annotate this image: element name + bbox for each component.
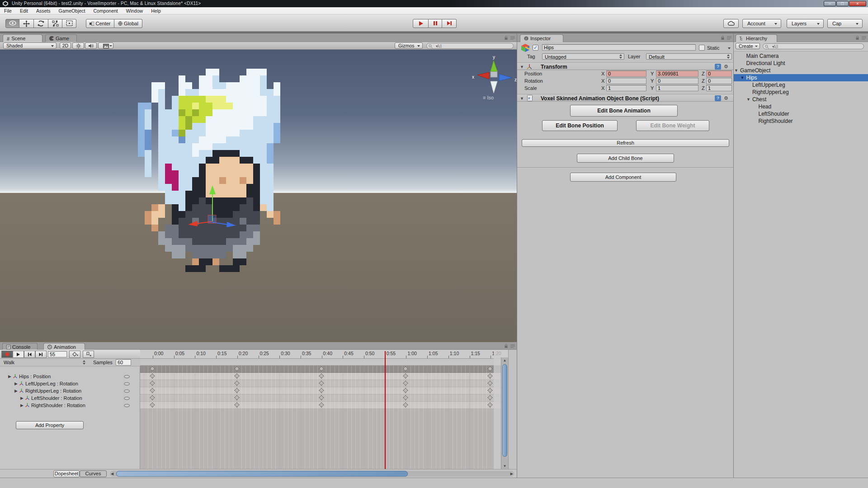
lock-icon[interactable]	[504, 344, 508, 348]
scroll-left-icon[interactable]: ◀	[111, 472, 113, 476]
tag-dropdown[interactable]: Untagged	[542, 53, 624, 60]
menu-component[interactable]: Component	[89, 7, 122, 14]
transform-component-header[interactable]: ▼ Transform ? ⚙	[517, 62, 733, 70]
hierarchy-item-leftshoulder[interactable]: LeftShoulder	[734, 110, 868, 117]
gear-icon[interactable]: ⚙	[724, 95, 728, 101]
prev-key-button[interactable]	[24, 351, 35, 358]
maximize-button[interactable]: □	[836, 1, 849, 6]
property-value-field[interactable]	[124, 375, 130, 378]
menu-file[interactable]: File	[0, 7, 16, 14]
tab-game[interactable]: Game	[45, 34, 77, 42]
panel-menu-icon[interactable]	[510, 344, 515, 348]
tab-animation[interactable]: Animation	[43, 343, 85, 350]
anim-play-button[interactable]	[13, 351, 24, 358]
help-icon[interactable]: ?	[715, 64, 721, 70]
toggle-2d-button[interactable]: 2D	[60, 42, 71, 49]
hierarchy-item-main-camera[interactable]: Main Camera	[734, 52, 868, 60]
gear-icon[interactable]: ⚙	[724, 64, 728, 70]
add-component-button[interactable]: Add Component	[570, 173, 676, 182]
foldout-icon[interactable]: ▶	[14, 381, 18, 386]
scale-z-field[interactable]: 1	[706, 85, 732, 91]
add-event-button[interactable]	[83, 351, 94, 358]
property-value-field[interactable]	[124, 382, 130, 385]
menu-edit[interactable]: Edit	[16, 7, 32, 14]
dopesheet-row[interactable]	[140, 380, 508, 387]
hierarchy-item-leftupperleg[interactable]: LeftUpperLeg	[734, 81, 868, 89]
samples-field[interactable]	[116, 359, 131, 366]
panel-menu-icon[interactable]	[510, 36, 515, 40]
foldout-icon[interactable]: ▶	[14, 389, 18, 393]
cloud-services-button[interactable]	[723, 19, 739, 28]
static-dropdown-icon[interactable]	[728, 47, 731, 49]
timeline-ruler[interactable]: 0:000:050:100:150:200:250:300:350:400:45…	[140, 350, 517, 359]
dopesheet-tab-button[interactable]: Dopesheet	[53, 470, 80, 477]
layers-dropdown[interactable]: Layers	[787, 19, 824, 28]
vertical-scrollbar[interactable]: ▲ ▼	[501, 357, 508, 469]
scale-y-field[interactable]: 1	[656, 85, 698, 91]
horizontal-scroll-thumb[interactable]	[116, 471, 408, 477]
add-child-bone-button[interactable]: Add Child Bone	[577, 154, 674, 163]
static-checkbox[interactable]	[699, 45, 705, 51]
position-y-field[interactable]: 3.099981	[656, 70, 698, 77]
foldout-icon[interactable]: ▶	[20, 396, 24, 400]
lock-icon[interactable]	[504, 36, 508, 40]
edit-bone-position-button[interactable]: Edit Bone Position	[542, 120, 618, 131]
scroll-right-icon[interactable]: ▶	[510, 472, 513, 476]
foldout-icon[interactable]: ▶	[20, 403, 24, 408]
menu-assets[interactable]: Assets	[32, 7, 55, 14]
vertical-scroll-thumb[interactable]	[502, 364, 507, 457]
create-dropdown[interactable]: Create	[736, 43, 760, 49]
gizmos-dropdown[interactable]: Gizmos	[395, 42, 423, 49]
foldout-icon[interactable]: ▼	[520, 96, 524, 101]
scene-search-input[interactable]: All	[426, 43, 514, 49]
orientation-toggle-button[interactable]: Global	[114, 19, 142, 28]
dopesheet-row[interactable]	[140, 394, 508, 402]
hierarchy-item-gameobject[interactable]: ▼GameObject	[734, 67, 868, 74]
next-key-button[interactable]	[35, 351, 47, 358]
anim-property-rightshoulder-rotation[interactable]: ▶RightShoulder : Rotation	[0, 402, 140, 409]
scale-x-field[interactable]: 1	[606, 85, 646, 91]
dopesheet-row[interactable]	[140, 387, 508, 394]
anim-property-rightupperleg-rotation[interactable]: ▶RightUpperLeg : Rotation	[0, 387, 140, 394]
hierarchy-item-hips[interactable]: ▼Hips	[734, 74, 868, 81]
playhead[interactable]	[385, 351, 386, 469]
projection-mode-label[interactable]: ≡ Iso	[483, 95, 494, 100]
orientation-gizmo[interactable]: y x z	[470, 53, 517, 99]
curves-tab-button[interactable]: Curves	[80, 470, 107, 477]
hierarchy-item-rightshoulder[interactable]: RightShoulder	[734, 117, 868, 125]
current-frame-field[interactable]	[48, 351, 67, 357]
anim-property-leftupperleg-rotation[interactable]: ▶LeftUpperLeg : Rotation	[0, 380, 140, 387]
dopesheet-area[interactable]: 0:000:050:100:150:200:250:300:350:400:45…	[140, 350, 517, 469]
tab-hierarchy[interactable]: Hierarchy	[736, 34, 777, 42]
active-checkbox[interactable]: ✓	[533, 45, 538, 51]
property-value-field[interactable]	[124, 404, 130, 407]
foldout-icon[interactable]: ▼	[520, 65, 524, 69]
pivot-toggle-button[interactable]: Center	[86, 19, 114, 28]
dopesheet-row[interactable]	[140, 402, 508, 409]
scale-tool-button[interactable]	[48, 19, 62, 28]
help-icon[interactable]: ?	[715, 95, 721, 101]
lock-icon[interactable]	[721, 36, 725, 40]
refresh-button[interactable]: Refresh	[522, 139, 729, 147]
play-button[interactable]	[413, 19, 429, 28]
scroll-down-icon[interactable]: ▼	[501, 464, 508, 468]
menu-gameobject[interactable]: GameObject	[55, 7, 90, 14]
layout-dropdown[interactable]: Cap	[827, 19, 863, 28]
layer-dropdown[interactable]: Default	[646, 53, 732, 60]
hierarchy-item-rightupperleg[interactable]: RightUpperLeg	[734, 89, 868, 96]
shading-mode-dropdown[interactable]: Shaded	[3, 42, 57, 49]
account-dropdown[interactable]: Account	[742, 19, 781, 28]
rotation-x-field[interactable]: 0	[606, 78, 646, 84]
lock-icon[interactable]	[855, 36, 859, 40]
dopesheet-row[interactable]	[140, 373, 508, 380]
hierarchy-item-head[interactable]: Head	[734, 103, 868, 110]
foldout-icon[interactable]: ▼	[734, 68, 738, 73]
clip-dropdown[interactable]: Walk	[0, 359, 89, 366]
edit-bone-animation-button[interactable]: Edit Bone Animation	[570, 105, 678, 117]
step-button[interactable]	[442, 19, 457, 28]
scene-effects-dropdown[interactable]	[98, 42, 113, 49]
anim-property-hips-position[interactable]: ▶Hips : Position	[0, 373, 140, 380]
scene-viewport[interactable]: y x z ≡ Iso	[0, 50, 517, 342]
hierarchy-search-input[interactable]: All	[763, 43, 864, 49]
hierarchy-item-chest[interactable]: ▼Chest	[734, 96, 868, 103]
